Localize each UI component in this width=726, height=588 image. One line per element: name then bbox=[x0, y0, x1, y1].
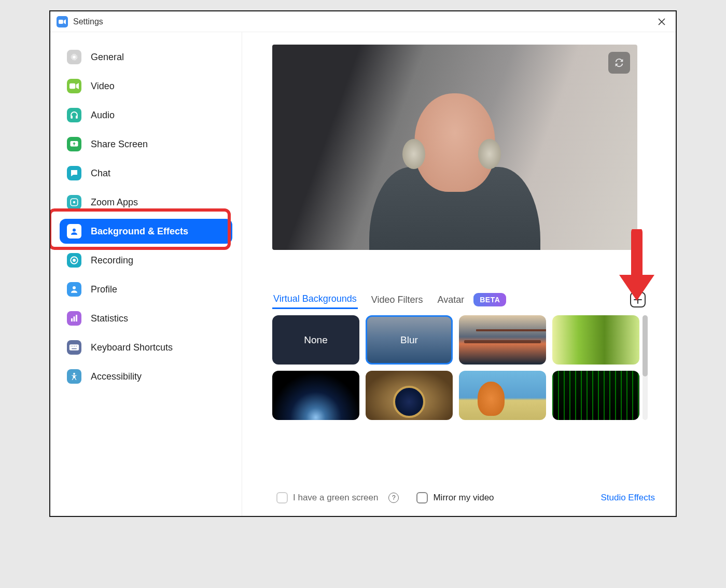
sidebar-item-label: Audio bbox=[91, 110, 115, 121]
svg-rect-3 bbox=[71, 116, 73, 119]
background-tabs: Virtual Backgrounds Video Filters Avatar… bbox=[272, 290, 646, 309]
tab-virtual-backgrounds[interactable]: Virtual Backgrounds bbox=[272, 290, 358, 309]
sidebar-item-statistics[interactable]: Statistics bbox=[60, 306, 232, 331]
sidebar-item-label: Statistics bbox=[91, 313, 128, 324]
sidebar-item-recording[interactable]: Recording bbox=[60, 248, 232, 273]
accessibility-icon bbox=[67, 369, 81, 384]
background-option-bridge[interactable] bbox=[459, 315, 546, 365]
sidebar-item-label: Zoom Apps bbox=[91, 197, 138, 208]
add-background-button[interactable] bbox=[630, 292, 646, 307]
background-thumbnail-grid: None Blur bbox=[272, 315, 639, 420]
background-option-blur[interactable]: Blur bbox=[366, 315, 453, 365]
sidebar-item-label: Video bbox=[91, 81, 115, 92]
thumbnail-label: Blur bbox=[400, 334, 418, 346]
svg-point-19 bbox=[76, 346, 77, 347]
green-screen-help-icon[interactable]: ? bbox=[388, 493, 399, 503]
sidebar-item-profile[interactable]: Profile bbox=[60, 277, 232, 302]
svg-rect-12 bbox=[71, 318, 73, 321]
svg-point-8 bbox=[73, 229, 76, 232]
svg-rect-13 bbox=[74, 316, 75, 321]
background-option-matrix[interactable] bbox=[552, 371, 639, 420]
svg-rect-0 bbox=[59, 19, 63, 23]
share-screen-icon bbox=[67, 137, 81, 151]
sidebar-item-accessibility[interactable]: Accessibility bbox=[60, 364, 232, 389]
sidebar-item-label: Profile bbox=[91, 284, 117, 295]
studio-effects-link[interactable]: Studio Effects bbox=[601, 493, 655, 503]
svg-point-10 bbox=[73, 259, 76, 262]
green-screen-checkbox[interactable] bbox=[276, 492, 288, 503]
headphones-icon bbox=[67, 108, 81, 122]
sidebar-item-background-effects[interactable]: Background & Effects bbox=[60, 219, 232, 244]
window-title: Settings bbox=[73, 17, 103, 26]
sidebar-item-label: Background & Effects bbox=[91, 226, 188, 237]
svg-rect-20 bbox=[72, 348, 77, 349]
chat-icon bbox=[67, 166, 81, 180]
settings-window: Settings General Video bbox=[49, 10, 677, 517]
sidebar-item-label: Accessibility bbox=[91, 371, 142, 382]
settings-sidebar: General Video Audio Share Screen bbox=[50, 32, 242, 516]
svg-rect-2 bbox=[69, 83, 75, 89]
svg-point-21 bbox=[73, 373, 75, 375]
video-preview bbox=[272, 45, 637, 250]
mirror-video-checkbox[interactable] bbox=[416, 492, 428, 503]
statistics-icon bbox=[67, 311, 81, 326]
beta-badge: BETA bbox=[473, 293, 506, 306]
background-option-none[interactable]: None bbox=[272, 315, 359, 365]
close-button[interactable] bbox=[654, 14, 669, 30]
svg-rect-4 bbox=[76, 116, 78, 119]
sidebar-item-keyboard-shortcuts[interactable]: Keyboard Shortcuts bbox=[60, 335, 232, 360]
keyboard-icon bbox=[67, 340, 81, 355]
svg-point-11 bbox=[73, 286, 76, 289]
background-option-bikini-bottom[interactable] bbox=[459, 371, 546, 420]
preview-person bbox=[369, 79, 540, 250]
sidebar-item-chat[interactable]: Chat bbox=[60, 161, 232, 186]
thumbnail-label: None bbox=[304, 334, 327, 346]
sidebar-item-label: Recording bbox=[91, 255, 133, 266]
sidebar-item-share-screen[interactable]: Share Screen bbox=[60, 132, 232, 157]
background-option-earth[interactable] bbox=[272, 371, 359, 420]
svg-point-17 bbox=[73, 346, 74, 347]
sidebar-item-zoom-apps[interactable]: Zoom Apps bbox=[60, 190, 232, 215]
sidebar-item-label: General bbox=[91, 52, 124, 63]
titlebar: Settings bbox=[50, 11, 676, 32]
svg-point-16 bbox=[71, 346, 72, 347]
apps-icon bbox=[67, 195, 81, 209]
svg-point-7 bbox=[73, 201, 76, 204]
gear-icon bbox=[67, 50, 81, 64]
video-icon bbox=[67, 79, 81, 93]
zoom-app-icon bbox=[57, 16, 68, 27]
green-screen-label: I have a green screen bbox=[293, 493, 378, 503]
sidebar-item-label: Share Screen bbox=[91, 139, 148, 150]
background-option-grass[interactable] bbox=[552, 315, 639, 365]
record-icon bbox=[67, 253, 81, 268]
background-option-oval-office[interactable] bbox=[366, 371, 453, 420]
svg-point-18 bbox=[74, 346, 75, 347]
tab-avatar[interactable]: Avatar bbox=[436, 291, 465, 309]
footer-options: I have a green screen ? Mirror my video … bbox=[268, 483, 660, 516]
svg-rect-15 bbox=[69, 344, 79, 351]
svg-rect-14 bbox=[76, 315, 77, 321]
tab-video-filters[interactable]: Video Filters bbox=[370, 291, 424, 309]
person-card-icon bbox=[67, 224, 81, 239]
sidebar-item-label: Chat bbox=[91, 168, 110, 179]
sidebar-item-label: Keyboard Shortcuts bbox=[91, 342, 173, 353]
rotate-camera-button[interactable] bbox=[608, 52, 630, 74]
thumbnail-scrollbar[interactable] bbox=[643, 315, 648, 420]
sidebar-item-video[interactable]: Video bbox=[60, 74, 232, 99]
main-panel: Virtual Backgrounds Video Filters Avatar… bbox=[242, 32, 676, 516]
sidebar-item-general[interactable]: General bbox=[60, 45, 232, 69]
mirror-video-label: Mirror my video bbox=[433, 493, 494, 503]
profile-icon bbox=[67, 282, 81, 297]
sidebar-item-audio[interactable]: Audio bbox=[60, 103, 232, 128]
